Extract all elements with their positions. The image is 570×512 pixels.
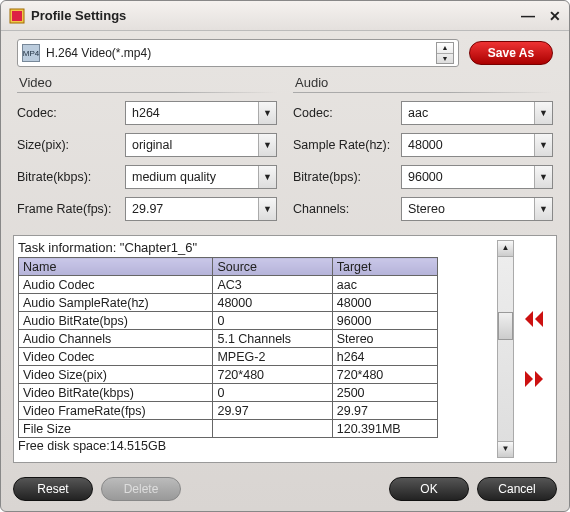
audio-bitrate-label: Bitrate(bps): [293, 170, 401, 184]
video-size-combo[interactable]: original▼ [125, 133, 277, 157]
video-bitrate-label: Bitrate(kbps): [17, 170, 125, 184]
chevron-down-icon: ▼ [534, 198, 552, 220]
footer: Reset Delete OK Cancel [1, 469, 569, 511]
table-header: Source [213, 258, 332, 276]
close-button[interactable]: ✕ [549, 8, 561, 24]
audio-bitrate-combo[interactable]: 96000▼ [401, 165, 553, 189]
video-codec-label: Codec: [17, 106, 125, 120]
table-row: Video CodecMPEG-2h264 [19, 348, 438, 366]
delete-button: Delete [101, 477, 181, 501]
video-fps-combo[interactable]: 29.97▼ [125, 197, 277, 221]
chevron-down-icon: ▼ [534, 166, 552, 188]
svg-rect-1 [12, 11, 22, 21]
profile-stepper[interactable]: ▲▼ [436, 42, 454, 64]
chevron-down-icon: ▼ [258, 198, 276, 220]
audio-group: Audio Codec: aac▼ Sample Rate(hz): 48000… [293, 75, 553, 229]
chevron-down-icon: ▼ [534, 102, 552, 124]
profile-text: H.264 Video(*.mp4) [46, 46, 430, 60]
chevron-down-icon: ▼ [534, 134, 552, 156]
chevron-down-icon: ▼ [258, 166, 276, 188]
scroll-up-icon[interactable]: ▲ [498, 241, 513, 257]
app-icon [9, 8, 25, 24]
chevron-down-icon: ▼ [258, 134, 276, 156]
audio-title: Audio [293, 75, 553, 90]
task-title: Task information: "Chapter1_6" [18, 240, 495, 255]
table-row: Audio BitRate(bps)096000 [19, 312, 438, 330]
prev-task-button[interactable] [522, 309, 546, 329]
video-size-label: Size(pix): [17, 138, 125, 152]
ok-button[interactable]: OK [389, 477, 469, 501]
table-row: Video FrameRate(fps)29.9729.97 [19, 402, 438, 420]
audio-channels-combo[interactable]: Stereo▼ [401, 197, 553, 221]
video-group: Video Codec: h264▼ Size(pix): original▼ … [17, 75, 277, 229]
free-disk-label: Free disk space:14.515GB [18, 439, 495, 453]
audio-codec-combo[interactable]: aac▼ [401, 101, 553, 125]
video-bitrate-combo[interactable]: medium quality▼ [125, 165, 277, 189]
scroll-thumb[interactable] [498, 312, 513, 340]
task-info-panel: Task information: "Chapter1_6" NameSourc… [13, 235, 557, 463]
table-header: Target [332, 258, 437, 276]
save-as-button[interactable]: Save As [469, 41, 553, 65]
titlebar: Profile Settings — ✕ [1, 1, 569, 31]
table-row: Audio Channels5.1 ChannelsStereo [19, 330, 438, 348]
audio-sr-combo[interactable]: 48000▼ [401, 133, 553, 157]
table-row: Video BitRate(kbps)02500 [19, 384, 438, 402]
scroll-down-icon[interactable]: ▼ [498, 441, 513, 457]
profile-select[interactable]: MP4 H.264 Video(*.mp4) ▲▼ [17, 39, 459, 67]
next-task-button[interactable] [522, 369, 546, 389]
cancel-button[interactable]: Cancel [477, 477, 557, 501]
video-fps-label: Frame Rate(fps): [17, 202, 125, 216]
video-title: Video [17, 75, 277, 90]
table-row: File Size120.391MB [19, 420, 438, 438]
chevron-down-icon: ▼ [258, 102, 276, 124]
audio-channels-label: Channels: [293, 202, 401, 216]
minimize-button[interactable]: — [521, 8, 535, 24]
window-title: Profile Settings [31, 8, 521, 23]
reset-button[interactable]: Reset [13, 477, 93, 501]
video-codec-combo[interactable]: h264▼ [125, 101, 277, 125]
window: Profile Settings — ✕ MP4 H.264 Video(*.m… [0, 0, 570, 512]
vertical-scrollbar[interactable]: ▲ ▼ [497, 240, 514, 458]
table-row: Audio SampleRate(hz)4800048000 [19, 294, 438, 312]
mp4-icon: MP4 [22, 44, 40, 62]
task-table: NameSourceTarget Audio CodecAC3aacAudio … [18, 257, 438, 438]
table-row: Audio CodecAC3aac [19, 276, 438, 294]
table-row: Video Size(pix)720*480720*480 [19, 366, 438, 384]
audio-sr-label: Sample Rate(hz): [293, 138, 401, 152]
audio-codec-label: Codec: [293, 106, 401, 120]
table-header: Name [19, 258, 213, 276]
